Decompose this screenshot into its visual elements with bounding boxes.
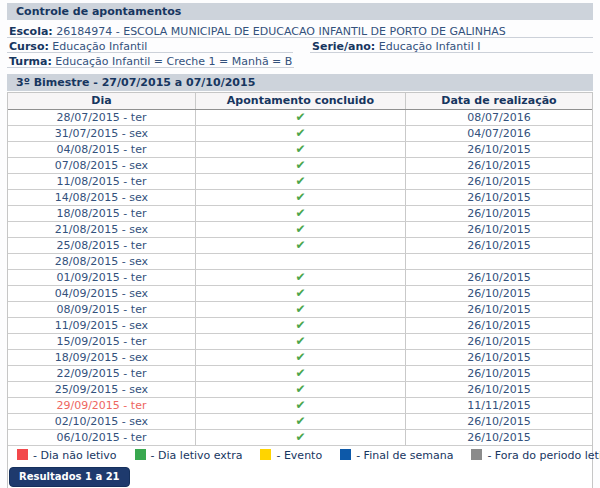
column-header-apontamento: Apontamento concluido [195,93,405,110]
table-row: 04/09/2015 - sex✔26/10/2015 [8,286,592,302]
table-row: 31/07/2015 - sex✔04/07/2016 [8,126,592,142]
table-row: 07/08/2015 - sex✔26/10/2015 [8,158,592,174]
curso-serie-row: Curso: Educação Infantil Serie/ano: Educ… [7,38,593,53]
legend-label: - Dia letivo extra [151,449,243,462]
table-row: 28/08/2015 - sex [8,254,592,270]
check-icon: ✔ [295,142,305,156]
legend: - Dia não letivo- Dia letivo extra- Even… [8,446,592,463]
day-cell: 25/08/2015 - ter [8,238,195,254]
check-icon: ✔ [295,414,305,428]
check-icon: ✔ [295,190,305,204]
day-cell: 02/10/2015 - sex [8,414,195,430]
concluded-cell: ✔ [195,110,405,126]
legend-item: - Final de semana [340,447,453,464]
curso-label: Curso: [9,40,49,53]
table-row: 11/09/2015 - sex✔26/10/2015 [8,318,592,334]
check-icon: ✔ [295,222,305,236]
table-row: 06/10/2015 - ter✔26/10/2015 [8,430,592,446]
page-title: Controle de apontamentos [7,3,593,20]
concluded-cell: ✔ [195,334,405,350]
weekend-swatch [340,449,351,460]
legend-item: - Evento [260,447,322,464]
check-icon: ✔ [295,110,305,124]
column-header-data: Data de realização [405,93,592,110]
table-row: 18/09/2015 - sex✔26/10/2015 [8,350,592,366]
concluded-cell: ✔ [195,142,405,158]
day-cell: 04/08/2015 - ter [8,142,195,158]
serie-ano-value: Educação Infantil I [379,40,481,53]
check-icon: ✔ [295,398,305,412]
results-button[interactable]: Resultados 1 a 21 [9,467,130,487]
bimestre-section-header: 3º Bimestre - 27/07/2015 a 07/10/2015 [7,74,593,91]
legend-label: - Evento [276,449,322,462]
date-cell: 26/10/2015 [405,350,592,366]
table-row: 28/07/2015 - ter✔08/07/2016 [8,110,592,126]
field-escola: Escola: 26184974 - ESCOLA MUNICIPAL DE E… [7,23,593,38]
check-icon: ✔ [295,270,305,284]
extra-school-day-swatch [135,449,146,460]
concluded-cell: ✔ [195,430,405,446]
table-row: 14/08/2015 - sex✔26/10/2015 [8,190,592,206]
date-cell: 26/10/2015 [405,302,592,318]
check-icon: ✔ [295,286,305,300]
legend-item: - Fora do periodo letivo [471,447,600,464]
table-row: 29/09/2015 - ter✔11/11/2015 [8,398,592,414]
serie-ano-label: Serie/ano: [312,40,375,53]
legend-label: - Dia não letivo [33,449,117,462]
concluded-cell [195,254,405,270]
field-serie-ano: Serie/ano: Educação Infantil I [310,38,593,53]
concluded-cell: ✔ [195,366,405,382]
check-icon: ✔ [295,350,305,364]
table-row: 08/09/2015 - ter✔26/10/2015 [8,302,592,318]
date-cell: 26/10/2015 [405,286,592,302]
day-cell: 31/07/2015 - sex [8,126,195,142]
table-row: 01/09/2015 - ter✔26/10/2015 [8,270,592,286]
date-cell: 26/10/2015 [405,366,592,382]
check-icon: ✔ [295,430,305,444]
table-row: 22/09/2015 - ter✔26/10/2015 [8,366,592,382]
field-turma: Turma: Educação Infantil = Creche 1 = Ma… [7,53,294,68]
concluded-cell: ✔ [195,270,405,286]
table-row: 15/09/2015 - ter✔26/10/2015 [8,334,592,350]
concluded-cell: ✔ [195,174,405,190]
check-icon: ✔ [295,366,305,380]
day-cell: 15/09/2015 - ter [8,334,195,350]
controle-apontamentos-page: Controle de apontamentos Escola: 2618497… [0,0,600,488]
day-cell: 21/08/2015 - sex [8,222,195,238]
date-cell: 11/11/2015 [405,398,592,414]
table-header-row: Dia Apontamento concluido Data de realiz… [8,93,592,110]
date-cell: 26/10/2015 [405,270,592,286]
concluded-cell: ✔ [195,398,405,414]
escola-label: Escola: [9,25,53,38]
appointments-box: Dia Apontamento concluido Data de realiz… [7,92,593,488]
results-row: Resultados 1 a 21 [8,463,592,488]
date-cell: 26/10/2015 [405,206,592,222]
date-cell: 26/10/2015 [405,142,592,158]
legend-item: - Dia letivo extra [135,447,243,464]
legend-label: - Fora do periodo letivo [487,449,600,462]
appointments-table: Dia Apontamento concluido Data de realiz… [8,93,592,446]
table-row: 25/09/2015 - sex✔26/10/2015 [8,382,592,398]
date-cell [405,254,592,270]
day-cell: 28/08/2015 - sex [8,254,195,270]
day-cell: 29/09/2015 - ter [8,398,195,414]
check-icon: ✔ [295,158,305,172]
date-cell: 26/10/2015 [405,238,592,254]
table-row: 11/08/2015 - ter✔26/10/2015 [8,174,592,190]
day-cell: 08/09/2015 - ter [8,302,195,318]
column-header-dia: Dia [8,93,195,110]
day-cell: 18/09/2015 - sex [8,350,195,366]
date-cell: 26/10/2015 [405,158,592,174]
check-icon: ✔ [295,318,305,332]
concluded-cell: ✔ [195,222,405,238]
date-cell: 26/10/2015 [405,174,592,190]
date-cell: 26/10/2015 [405,222,592,238]
day-cell: 01/09/2015 - ter [8,270,195,286]
non-school-day-swatch [17,449,28,460]
check-icon: ✔ [295,382,305,396]
turma-label: Turma: [9,55,52,68]
table-row: 21/08/2015 - sex✔26/10/2015 [8,222,592,238]
date-cell: 08/07/2016 [405,110,592,126]
concluded-cell: ✔ [195,318,405,334]
check-icon: ✔ [295,126,305,140]
